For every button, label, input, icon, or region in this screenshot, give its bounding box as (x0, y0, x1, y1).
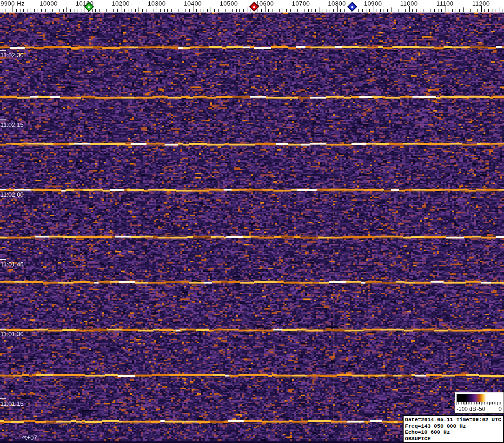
marker-core-dot (351, 6, 354, 8)
spectrogram-canvas (0, 13, 504, 443)
colorbar-mid-label: -50 (477, 406, 485, 412)
info-box: Date=2014-05-11 Time=09:02 UTC Freq=143 … (403, 415, 504, 443)
freq-tick-label: 10300 (148, 0, 166, 7)
freq-tick-label: 11000 (400, 0, 418, 7)
time-offset-label: ^t+07 (22, 434, 37, 441)
freq-tick-label: 10200 (112, 0, 130, 7)
freq-tick-label: 11200 (472, 0, 490, 7)
freq-tick-label: 11100 (437, 0, 454, 7)
colorbar-min-label: -100 dB (457, 406, 476, 412)
freq-tick-label: 10500 (220, 0, 238, 7)
freq-tick-label: 10900 (364, 0, 382, 7)
freq-tick-label: 10000 (40, 0, 58, 7)
info-date-time: Date=2014-05-11 Time=09:02 UTC (405, 417, 502, 423)
colorbar-max-label: 0 (498, 406, 502, 412)
colorbar-ticks-canvas (457, 402, 502, 406)
freq-tick-label: 10800 (328, 0, 346, 7)
spectrogram-app: 9900 Hz100001010010200103001040010500106… (0, 0, 504, 443)
marker-core-dot (88, 6, 91, 8)
freq-tick-label: 10400 (184, 0, 202, 7)
colorbar-gradient (457, 394, 502, 402)
info-echo: Echo=10 600 Hz (405, 429, 502, 436)
colorbar-labels: -100 dB -50 0 (455, 406, 504, 413)
freq-tick-label: 9900 Hz (0, 0, 25, 7)
marker-core-dot (253, 6, 256, 8)
freq-tick-label: 10700 (292, 0, 310, 7)
detection-annotation: 20140511090107448 hCnt2 nb-85 f10595 hit… (26, 423, 379, 430)
frequency-ruler: 9900 Hz100001010010200103001040010500106… (0, 0, 504, 13)
info-station: OBSUPICE (405, 436, 502, 442)
info-frequency: Freq=143 050 000 Hz (405, 423, 502, 430)
colorbar: -100 dB -50 0 (455, 392, 504, 414)
